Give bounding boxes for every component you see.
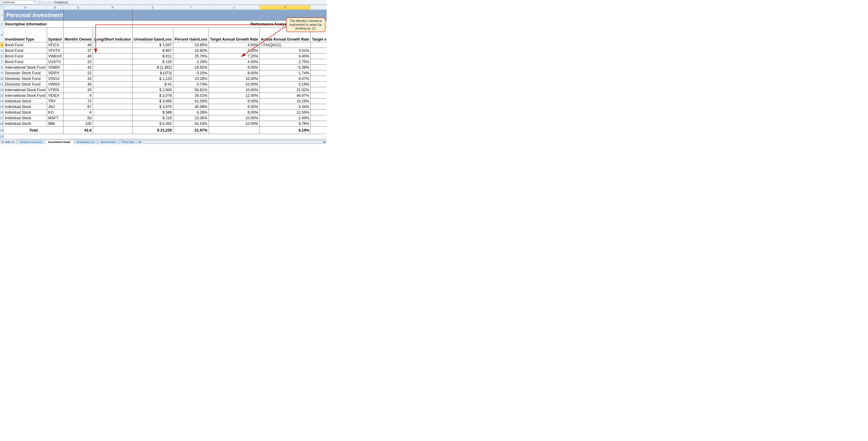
cell-actual-annual[interactable]: 2.75% — [259, 59, 310, 65]
cell-type[interactable]: International Stock Fund — [3, 87, 47, 93]
row-header-2[interactable]: 2 — [0, 21, 4, 28]
row-header-8[interactable]: 8 — [0, 65, 4, 70]
cell-symbol[interactable]: VEIPX — [47, 70, 63, 76]
cell-type[interactable]: Domestic Stock Fund — [3, 70, 47, 76]
cell-unrealized[interactable]: $ (1,382) — [132, 65, 173, 70]
cell-target-annual[interactable]: 8.00% — [209, 104, 259, 110]
chevron-down-icon[interactable] — [33, 1, 34, 2]
sheet-tab-portfolio-summary[interactable]: Portfolio Summary — [17, 140, 45, 144]
row-header-7[interactable]: 7 — [0, 59, 4, 65]
cell-longshort[interactable] — [93, 82, 132, 87]
cell-type[interactable]: Bond Fund — [3, 59, 47, 65]
row-header-1[interactable]: 1 — [0, 10, 4, 21]
hscroll-track[interactable] — [142, 140, 323, 143]
cell-target-annual[interactable]: 4.60% — [209, 42, 259, 48]
cell-unrealized[interactable]: $ 218 — [132, 115, 173, 121]
cell-unrealized[interactable]: $ 3,495 — [132, 98, 173, 104]
cell-actual-annual[interactable]: 3.51% — [259, 48, 310, 54]
cancel-icon[interactable]: ✕ — [42, 1, 44, 4]
col-header-V[interactable]: V — [259, 5, 310, 10]
cell-longshort[interactable] — [93, 87, 132, 93]
cell-actual-annual[interactable]: 8.47% — [259, 76, 310, 82]
cell-type[interactable]: Individual Stock — [3, 110, 47, 115]
cell-symbol[interactable]: VISGX — [47, 76, 63, 82]
cell-actual-annual[interactable]: -1.74% — [259, 70, 310, 76]
cell-longshort[interactable] — [93, 70, 132, 76]
cell-actual-annual[interactable]: 6.45% — [259, 54, 310, 59]
cell-symbol[interactable]: VIMSX — [47, 82, 63, 87]
cell-target-annual[interactable]: 10.00% — [209, 87, 259, 93]
total-months[interactable]: 42.6 — [63, 126, 93, 134]
cell-target-vs-actual[interactable]: 2.18% — [311, 98, 327, 104]
cell-actual-annual-editing[interactable]: =T4/(Q4/12) — [259, 42, 310, 48]
cell-unrealized[interactable]: $ 867 — [132, 48, 173, 54]
cell-months[interactable]: 33 — [63, 76, 93, 82]
cell-target-annual[interactable]: 12.00% — [209, 93, 259, 98]
cell-target-vs-actual[interactable]: -7.51% — [311, 115, 327, 121]
cell-target-vs-actual[interactable]: -9.74% — [311, 70, 327, 76]
cell-actual-annual[interactable]: 9.78% — [259, 121, 310, 126]
cell-longshort[interactable] — [93, 110, 132, 115]
cell-actual-annual[interactable]: 2.49% — [259, 115, 310, 121]
cell-target-vs-actual[interactable]: -1.25% — [311, 59, 327, 65]
circle-icon[interactable]: ◯ — [37, 1, 40, 4]
cell-target-annual[interactable]: 10.00% — [209, 76, 259, 82]
cell-symbol[interactable]: VFICX — [47, 42, 63, 48]
cell-actual-annual[interactable]: 10.18% — [259, 98, 310, 104]
row-header-10[interactable]: 10 — [0, 76, 4, 82]
cell-actual-annual[interactable]: 6.34% — [259, 104, 310, 110]
cell-percent[interactable]: 2.29% — [173, 59, 209, 65]
first-sheet-icon[interactable]: ⏮ — [1, 140, 4, 143]
cell-percent[interactable]: 50.81% — [173, 87, 209, 93]
cell-longshort[interactable] — [93, 93, 132, 98]
cell-actual-annual[interactable]: 46.67% — [259, 93, 310, 98]
cell-unrealized[interactable]: $ 588 — [132, 110, 173, 115]
row-header-17[interactable]: 17 — [0, 115, 4, 121]
cell-type[interactable]: Domestic Stock Fund — [3, 82, 47, 87]
sheet-tab-benchmarks[interactable]: Benchmarks — [98, 140, 119, 144]
cell-target-vs-actual[interactable]: 11.02% — [311, 87, 327, 93]
cell-target-annual[interactable]: 4.00% — [209, 59, 259, 65]
row-header-18[interactable]: 18 — [0, 121, 4, 126]
cell-percent[interactable]: -18.82% — [173, 65, 209, 70]
row-header-15[interactable]: 15 — [0, 104, 4, 110]
hscroll-left-icon[interactable]: ◀ — [138, 141, 141, 143]
cell-unrealized[interactable]: $ 1,697 — [132, 42, 173, 48]
cell-longshort[interactable] — [93, 54, 132, 59]
row-header-3[interactable]: 3 — [0, 28, 4, 42]
last-sheet-icon[interactable]: ⏭ — [11, 140, 15, 143]
cell-percent[interactable]: -3.20% — [173, 70, 209, 76]
total-percent[interactable]: 21.97% — [173, 126, 209, 134]
row-header-14[interactable]: 14 — [0, 98, 4, 104]
cell-target-annual[interactable]: 8.00% — [209, 98, 259, 104]
row-header-4[interactable]: 4 — [0, 42, 4, 48]
cell-actual-annual[interactable]: 21.02% — [259, 87, 310, 93]
cell-type[interactable]: International Stock Fund — [3, 93, 47, 98]
cell-months[interactable]: 9 — [63, 93, 93, 98]
cell-longshort[interactable] — [93, 115, 132, 121]
sheet-tab-price-data[interactable]: Price Data — [119, 140, 137, 144]
cell-target-annual[interactable]: 3.20% — [209, 48, 259, 54]
prev-sheet-icon[interactable]: ◀ — [5, 140, 8, 143]
col-header-T[interactable]: T — [173, 5, 209, 10]
row-header-19[interactable]: 19 — [0, 126, 4, 134]
cell-type[interactable]: Domestic Stock Fund — [3, 76, 47, 82]
cell-longshort[interactable] — [93, 48, 132, 54]
cell-target-annual[interactable]: 10.00% — [209, 115, 259, 121]
cell-target-annual[interactable]: 8.00% — [209, 70, 259, 76]
cell-type[interactable]: Individual Stock — [3, 104, 47, 110]
col-header-A[interactable]: A — [3, 5, 47, 10]
cell-type[interactable]: Bond Fund — [3, 48, 47, 54]
col-header-B[interactable]: B — [47, 5, 63, 10]
cell-months[interactable]: 48 — [63, 54, 93, 59]
cell-months[interactable]: 46 — [63, 82, 93, 87]
cell-target-annual[interactable]: 8.00% — [209, 110, 259, 115]
cell-symbol[interactable]: MSFT — [47, 115, 63, 121]
cell-type[interactable]: International Stock Fund — [3, 65, 47, 70]
fx-icon[interactable]: fx — [49, 1, 51, 4]
next-sheet-icon[interactable]: ▶ — [8, 140, 11, 143]
row-header-9[interactable]: 9 — [0, 70, 4, 76]
cell-target-vs-actual[interactable]: 4.55% — [311, 110, 327, 115]
cell-actual-annual[interactable]: 0.19% — [259, 82, 310, 87]
cell-percent[interactable]: 23.85% — [173, 42, 209, 48]
